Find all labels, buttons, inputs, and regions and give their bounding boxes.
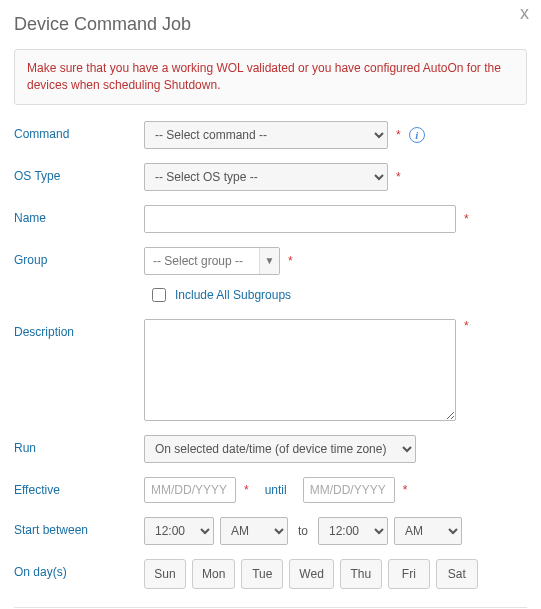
include-subgroups-checkbox[interactable] [152,288,166,302]
description-label: Description [14,319,144,339]
run-label: Run [14,435,144,455]
start-ampm-from-select[interactable]: AM [220,517,288,545]
effective-until-input[interactable] [303,477,395,503]
effective-label: Effective [14,477,144,497]
required-mark: * [396,128,401,142]
required-mark: * [288,254,293,268]
on-days-label: On day(s) [14,559,144,579]
close-icon[interactable]: x [520,4,529,22]
warning-message: Make sure that you have a working WOL va… [14,49,527,105]
start-time-to-select[interactable]: 12:00 [318,517,388,545]
name-input[interactable] [144,205,456,233]
dialog-title: Device Command Job [14,14,527,35]
required-mark: * [396,170,401,184]
chevron-down-icon: ▼ [259,248,279,274]
device-command-job-dialog: x Device Command Job Make sure that you … [0,0,541,609]
to-label: to [294,524,312,538]
required-mark: * [464,212,469,226]
required-mark: * [403,483,408,497]
day-btn-thu[interactable]: Thu [340,559,382,589]
divider [14,607,527,608]
command-label: Command [14,121,144,141]
start-between-label: Start between [14,517,144,537]
group-select-text: -- Select group -- [145,254,259,268]
include-subgroups-row[interactable]: Include All Subgroups [144,285,291,305]
effective-from-input[interactable] [144,477,236,503]
day-btn-tue[interactable]: Tue [241,559,283,589]
group-select[interactable]: -- Select group -- ▼ [144,247,280,275]
info-icon[interactable]: i [409,127,425,143]
day-btn-fri[interactable]: Fri [388,559,430,589]
command-select[interactable]: -- Select command -- [144,121,388,149]
name-label: Name [14,205,144,225]
run-select[interactable]: On selected date/time (of device time zo… [144,435,416,463]
day-btn-sat[interactable]: Sat [436,559,478,589]
group-label: Group [14,247,144,267]
start-time-from-select[interactable]: 12:00 [144,517,214,545]
day-btn-wed[interactable]: Wed [289,559,333,589]
start-ampm-to-select[interactable]: AM [394,517,462,545]
day-btn-mon[interactable]: Mon [192,559,235,589]
day-btn-sun[interactable]: Sun [144,559,186,589]
required-mark: * [244,483,249,497]
os-type-select[interactable]: -- Select OS type -- [144,163,388,191]
required-mark: * [464,319,469,333]
include-subgroups-label: Include All Subgroups [175,288,291,302]
until-label: until [255,483,297,497]
description-textarea[interactable] [144,319,456,421]
os-type-label: OS Type [14,163,144,183]
